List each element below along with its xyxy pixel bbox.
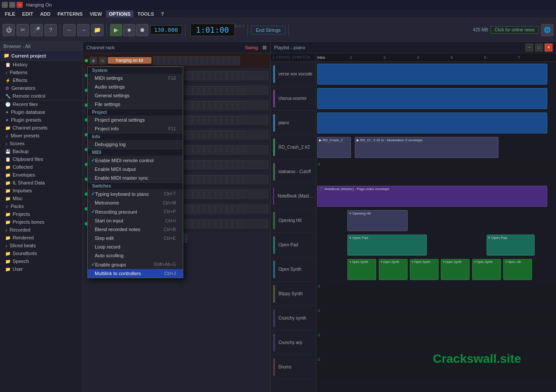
menu-file-settings[interactable]: File settings: [88, 100, 183, 109]
track-row-notebook[interactable]: 🎵 NoteBook (Master) - Page index envelop…: [316, 184, 556, 208]
pad[interactable]: [233, 86, 238, 95]
pad[interactable]: [216, 101, 221, 110]
pad[interactable]: [210, 146, 215, 154]
pad[interactable]: [233, 146, 238, 154]
pad[interactable]: [227, 205, 232, 214]
pad[interactable]: [204, 205, 209, 214]
pad[interactable]: [204, 146, 209, 154]
pad[interactable]: [204, 86, 209, 95]
pad[interactable]: [187, 101, 192, 110]
menu-patterns[interactable]: PATTERNS: [55, 10, 86, 17]
pad[interactable]: [210, 190, 215, 199]
playlist-close[interactable]: ✕: [545, 44, 553, 51]
sidebar-item-scores[interactable]: ♪ Scores: [0, 140, 82, 147]
pad[interactable]: [210, 220, 215, 228]
menu-general-settings[interactable]: General settings: [88, 91, 183, 100]
power-btn[interactable]: ⏻: [3, 24, 15, 36]
track-row-blippy[interactable]: ♫: [316, 282, 556, 306]
ch-led[interactable]: [85, 59, 88, 62]
pad[interactable]: [216, 86, 221, 95]
pad[interactable]: [186, 57, 191, 65]
track-row-verse-vox[interactable]: [316, 62, 556, 86]
pad[interactable]: [199, 175, 204, 184]
sidebar-item-misc[interactable]: 📁 Misc: [0, 194, 82, 202]
pad[interactable]: [227, 175, 232, 184]
clip-rd-crash-2[interactable]: ▶ RD_Cr...2 #2 in - Modulation X envelop…: [355, 137, 498, 158]
pad[interactable]: [199, 190, 204, 199]
ch-solo[interactable]: ◎: [99, 57, 106, 65]
stop-btn[interactable]: ■: [123, 24, 135, 36]
clip-open-synth-6[interactable]: ≡ Open..nth: [503, 259, 532, 280]
pad[interactable]: [199, 146, 204, 154]
help-btn[interactable]: ?: [45, 24, 57, 36]
sidebar-item-plugin-database[interactable]: ✦ Plugin database: [0, 108, 82, 116]
pad[interactable]: [193, 205, 198, 214]
menu-typing-keyboard[interactable]: Typing keyboard to piano Ctrl+T: [88, 189, 183, 198]
pad[interactable]: [233, 220, 238, 228]
ch-mute[interactable]: ◉: [89, 57, 97, 65]
ch-name[interactable]: hanging on kit: [108, 57, 151, 64]
pad[interactable]: [193, 131, 198, 140]
clip-open-synth-1[interactable]: ≡ Open Synth: [347, 259, 376, 280]
pad[interactable]: [238, 101, 244, 110]
pad[interactable]: [199, 116, 204, 125]
pad[interactable]: [193, 175, 198, 184]
sidebar-item-rendered[interactable]: 📁 Rendered: [0, 234, 82, 242]
menu-audio-settings[interactable]: Audio settings: [88, 82, 183, 91]
browser-btn[interactable]: 📁: [91, 24, 103, 36]
pad[interactable]: [204, 220, 209, 228]
sidebar-item-soundfonts[interactable]: 📁 Soundfonts: [0, 249, 82, 257]
pad[interactable]: [180, 57, 185, 65]
menu-tools[interactable]: TOOLS: [134, 10, 157, 17]
menu-auto-scrolling[interactable]: Auto scrolling: [88, 251, 183, 260]
pad[interactable]: [221, 72, 227, 80]
track-row-piano[interactable]: [316, 111, 556, 135]
menu-file[interactable]: FILE: [2, 10, 18, 17]
pad[interactable]: [199, 205, 204, 214]
pad[interactable]: [238, 86, 244, 95]
pad[interactable]: [199, 101, 204, 110]
pad[interactable]: [175, 57, 180, 65]
track-row-opening-hit[interactable]: ≡ Opening Hit: [316, 208, 556, 233]
menu-enable-groups[interactable]: Enable groups Shift+Alt+G: [88, 260, 183, 269]
pad[interactable]: [233, 160, 238, 169]
pad[interactable]: [216, 190, 221, 199]
pad[interactable]: [227, 86, 232, 95]
pad[interactable]: [233, 131, 238, 140]
pad[interactable]: [227, 101, 232, 110]
pad[interactable]: [193, 101, 198, 110]
close-icon[interactable]: ✕: [17, 2, 23, 8]
pad[interactable]: [238, 175, 244, 184]
track-row-stabaroo[interactable]: ♫: [316, 160, 556, 184]
pad[interactable]: [210, 116, 215, 125]
pad[interactable]: [164, 57, 169, 65]
clip-rd-crash-1[interactable]: ▶ RD_Crash_2: [317, 137, 351, 158]
pad[interactable]: [216, 160, 221, 169]
clip-opening-hit[interactable]: ≡ Opening Hit: [347, 210, 407, 231]
pad[interactable]: [199, 131, 204, 140]
pad[interactable]: [229, 57, 234, 65]
pad[interactable]: [207, 57, 212, 65]
fwd-btn[interactable]: →: [77, 24, 89, 36]
restore-icon[interactable]: □: [9, 2, 15, 8]
pad[interactable]: [202, 57, 207, 65]
pad[interactable]: [204, 175, 209, 184]
pad[interactable]: [221, 160, 227, 169]
pad[interactable]: [216, 131, 221, 140]
pad[interactable]: [187, 72, 192, 80]
pad[interactable]: [221, 175, 227, 184]
track-row-chorus[interactable]: [316, 86, 556, 111]
pad[interactable]: [210, 175, 215, 184]
pad[interactable]: [193, 86, 198, 95]
menu-add[interactable]: ADD: [37, 10, 54, 17]
menu-view[interactable]: VIEW: [86, 10, 105, 17]
pad[interactable]: [216, 72, 221, 80]
pad[interactable]: [197, 57, 202, 65]
pad[interactable]: [221, 146, 227, 154]
menu-project-general-settings[interactable]: Project general settings: [88, 116, 183, 124]
pad[interactable]: [204, 116, 209, 125]
menu-edit[interactable]: EDIT: [19, 10, 36, 17]
pad[interactable]: [193, 160, 198, 169]
pad[interactable]: [187, 190, 192, 199]
pad[interactable]: [204, 101, 209, 110]
